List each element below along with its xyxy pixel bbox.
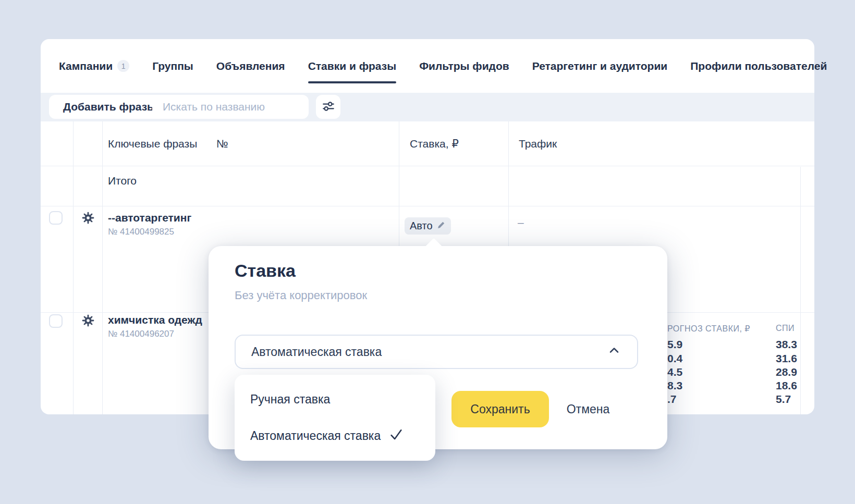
writeoff-value: 18.6 bbox=[776, 379, 800, 392]
row-divider bbox=[41, 206, 814, 206]
checkmark-icon bbox=[389, 427, 404, 445]
phrase-id: № 41400499825 bbox=[108, 227, 174, 237]
modal-title: Ставка bbox=[235, 261, 296, 281]
modal-subtitle: Без учёта корректировок bbox=[235, 289, 367, 302]
tab-groups[interactable]: Группы bbox=[152, 39, 193, 93]
tab-campaigns[interactable]: Кампании 1 bbox=[59, 39, 129, 93]
search-input[interactable] bbox=[152, 95, 309, 119]
row-divider bbox=[41, 166, 814, 166]
option-manual-bid[interactable]: Ручная ставка bbox=[235, 382, 435, 416]
bid-auto-label: Авто bbox=[410, 220, 433, 232]
tab-user-profiles-label: Профили пользователей bbox=[690, 60, 827, 72]
header-key-phrases: Ключевые фразы bbox=[108, 138, 197, 150]
tab-campaigns-label: Кампании bbox=[59, 60, 113, 72]
bid-forecast-value: 4.5 bbox=[667, 365, 682, 379]
bid-type-select-value: Автоматическая ставка bbox=[251, 345, 382, 359]
writeoff-value: 38.3 bbox=[776, 338, 800, 351]
bid-forecast-value: 5.9 bbox=[667, 338, 682, 351]
option-manual-bid-label: Ручная ставка bbox=[250, 392, 330, 407]
bid-forecast-column-header: РОГНОЗ СТАВКИ, ₽ bbox=[667, 324, 750, 334]
traffic-value: – bbox=[518, 216, 524, 229]
tab-bar: Кампании 1 Группы Объявления Ставки и фр… bbox=[41, 39, 814, 93]
tab-feed-filters[interactable]: Фильтры фидов bbox=[419, 39, 509, 93]
bid-forecast-value: 8.3 bbox=[667, 379, 682, 392]
writeoff-column-header: СПИ bbox=[776, 324, 801, 333]
sliders-icon bbox=[322, 100, 335, 115]
bid-type-select[interactable]: Автоматическая ставка bbox=[235, 335, 638, 369]
cancel-button[interactable]: Отмена bbox=[546, 391, 630, 427]
phrase-name[interactable]: --автотаргетинг bbox=[108, 212, 191, 224]
tab-retargeting[interactable]: Ретаргетинг и аудитории bbox=[532, 39, 668, 93]
filter-button[interactable] bbox=[316, 95, 340, 119]
column-divider bbox=[800, 167, 801, 414]
tab-groups-label: Группы bbox=[152, 60, 193, 72]
header-traffic: Трафик bbox=[519, 138, 557, 150]
header-number-sign: № bbox=[216, 138, 228, 150]
tab-bids-and-phrases[interactable]: Ставки и фразы bbox=[308, 39, 397, 93]
tab-feed-filters-label: Фильтры фидов bbox=[419, 60, 509, 72]
total-row-label: Итого bbox=[108, 175, 137, 187]
row-checkbox[interactable] bbox=[49, 211, 63, 225]
option-auto-bid-label: Автоматическая ставка bbox=[250, 429, 381, 443]
gear-icon[interactable] bbox=[81, 314, 95, 327]
bid-forecast-value: 0.4 bbox=[667, 352, 682, 365]
chevron-up-icon bbox=[607, 343, 621, 361]
phrase-id: № 41400496207 bbox=[108, 329, 174, 339]
tab-ads-label: Объявления bbox=[216, 60, 285, 72]
campaigns-count-badge: 1 bbox=[117, 60, 129, 72]
toolbar: Добавить фразы bbox=[41, 93, 814, 121]
tab-ads[interactable]: Объявления bbox=[216, 39, 285, 93]
save-button[interactable]: Сохранить bbox=[451, 391, 549, 427]
writeoff-value: 31.6 bbox=[776, 352, 800, 365]
bid-forecast-value: .7 bbox=[667, 392, 677, 406]
phrase-name[interactable]: химчистка одежд bbox=[108, 314, 202, 326]
bid-type-dropdown-menu: Ручная ставка Автоматическая ставка bbox=[235, 375, 435, 461]
bid-auto-badge[interactable]: Авто bbox=[405, 217, 451, 235]
pencil-icon bbox=[437, 220, 446, 232]
tab-user-profiles[interactable]: Профили пользователей bbox=[690, 39, 827, 93]
row-checkbox[interactable] bbox=[49, 314, 63, 328]
header-bid: Ставка, ₽ bbox=[410, 138, 459, 150]
gear-icon[interactable] bbox=[81, 211, 95, 225]
writeoff-value: 5.7 bbox=[776, 392, 800, 406]
tab-bids-and-phrases-label: Ставки и фразы bbox=[308, 60, 397, 72]
page: { "tabs": [ {"label": "Кампании", "badge… bbox=[0, 0, 855, 504]
option-auto-bid[interactable]: Автоматическая ставка bbox=[235, 419, 435, 453]
writeoff-value: 28.9 bbox=[776, 365, 800, 379]
tab-retargeting-label: Ретаргетинг и аудитории bbox=[532, 60, 668, 72]
